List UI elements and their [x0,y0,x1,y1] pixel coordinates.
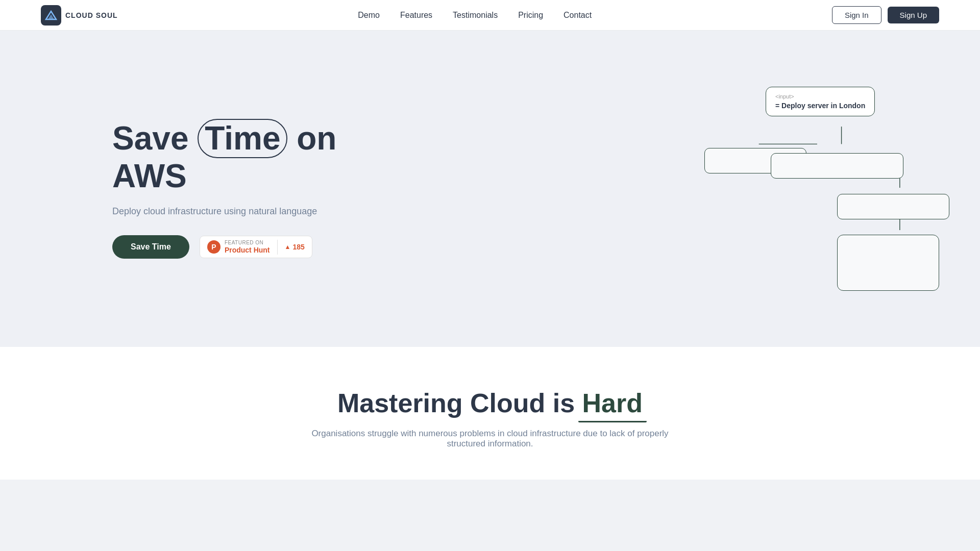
ph-count: ▲ 185 [278,243,312,251]
nav-links: Demo Features Testimonials Pricing Conta… [358,11,592,20]
hero-subtitle: Deploy cloud infrastructure using natura… [112,206,378,217]
section-hard-word: Hard [582,388,643,418]
nav-item-testimonials[interactable]: Testimonials [453,11,498,20]
nav-item-pricing[interactable]: Pricing [518,11,543,20]
hero-title-time: Time [198,119,287,159]
hard-underline-decoration [578,420,647,422]
product-hunt-icon: P [207,240,220,254]
ph-left: P FEATURED ON Product Hunt [200,240,278,255]
product-hunt-badge[interactable]: P FEATURED ON Product Hunt ▲ 185 [200,236,312,258]
section-hard: Mastering Cloud is Hard Organisations st… [0,347,980,480]
diagram-box-2 [771,153,903,179]
hero-content: Save Time on AWS Deploy cloud infrastruc… [112,119,378,259]
ph-product-hunt-label: Product Hunt [225,246,270,255]
ph-text-group: FEATURED ON Product Hunt [225,240,270,255]
diagram-input-text: = Deploy server in London [775,102,865,110]
nav-actions: Sign In Sign Up [832,6,939,24]
diagram-box-3 [837,194,949,219]
section-hard-title-before: Mastering Cloud is [337,388,582,418]
hero-diagram: <input> = Deploy server in London [704,87,949,291]
section-hard-title: Mastering Cloud is Hard [41,388,939,418]
diagram-box-4 [837,235,939,291]
navbar: CLOUD SOUL Demo Features Testimonials Pr… [0,0,980,31]
hero-title-before: Save [112,120,198,157]
nav-item-demo[interactable]: Demo [358,11,380,20]
nav-item-features[interactable]: Features [400,11,432,20]
hero-actions: Save Time P FEATURED ON Product Hunt ▲ 1… [112,235,378,259]
diagram-input-box: <input> = Deploy server in London [766,87,875,116]
ph-arrow-icon: ▲ [285,243,291,251]
signup-button[interactable]: Sign Up [888,7,939,23]
ph-count-value: 185 [292,243,304,251]
diagram-input-label: <input> [775,93,865,99]
section-hard-subtitle: Organisations struggle with numerous pro… [311,429,669,449]
ph-featured-on: FEATURED ON [225,240,270,246]
logo-text: CLOUD SOUL [65,11,118,19]
logo[interactable]: CLOUD SOUL [41,5,118,26]
logo-icon [41,5,61,26]
hero-section: Save Time on AWS Deploy cloud infrastruc… [0,31,980,347]
signin-button[interactable]: Sign In [832,6,881,24]
nav-item-contact[interactable]: Contact [564,11,592,20]
save-time-button[interactable]: Save Time [112,235,189,259]
hero-title: Save Time on AWS [112,119,378,194]
